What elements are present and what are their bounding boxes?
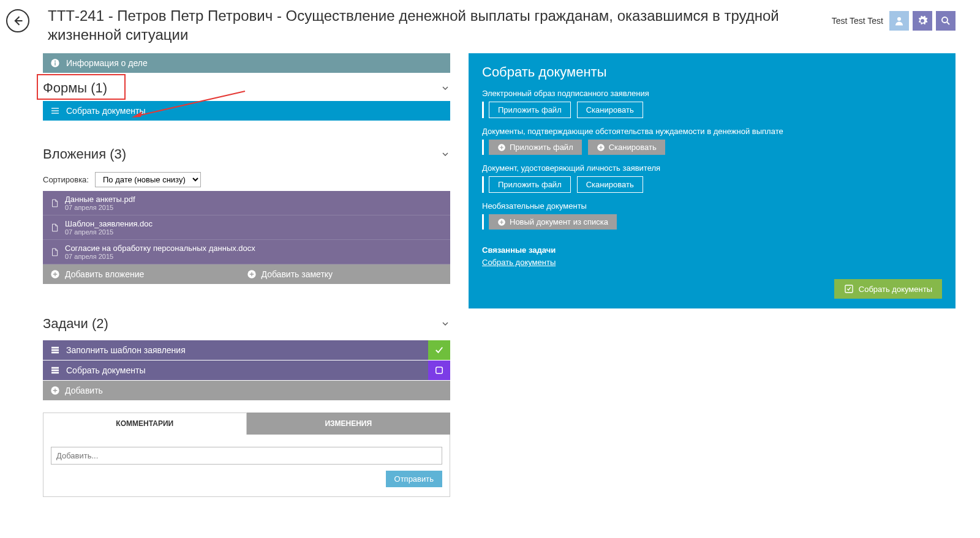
- send-button[interactable]: Отправить: [386, 471, 442, 487]
- scan-button[interactable]: Сканировать: [577, 102, 643, 118]
- back-button[interactable]: [6, 9, 29, 32]
- gear-icon: [917, 15, 928, 26]
- svg-rect-18: [436, 367, 443, 374]
- add-task-label: Добавить: [65, 386, 103, 395]
- collect-documents-button[interactable]: Собрать документы: [834, 279, 942, 299]
- task-item[interactable]: Собрать документы: [43, 361, 450, 381]
- collect-documents-bar[interactable]: Собрать документы: [43, 101, 450, 121]
- plus-circle-icon: [497, 218, 506, 226]
- documents-panel: Собрать документы Электронный образ подп…: [469, 53, 956, 308]
- attach-file-button[interactable]: Приложить файл: [489, 102, 571, 118]
- info-bar-label: Информация о деле: [66, 58, 148, 68]
- forms-title: Формы (1): [43, 80, 107, 96]
- panel-title: Собрать документы: [482, 64, 942, 80]
- search-icon: [940, 15, 951, 26]
- add-attachment-label: Добавить вложение: [65, 269, 144, 279]
- collect-label: Собрать документы: [66, 106, 145, 116]
- sort-select[interactable]: По дате (новые снизу): [95, 172, 201, 187]
- svg-rect-3: [55, 62, 55, 65]
- plus-circle-icon: [50, 269, 60, 279]
- attachment-date: 07 апреля 2015: [65, 228, 153, 236]
- related-task-link[interactable]: Собрать документы: [482, 258, 556, 267]
- panel-group-label: Необязательные документы: [482, 201, 942, 211]
- square-icon: [434, 365, 445, 376]
- plus-circle-icon: [597, 143, 605, 152]
- attachment-item[interactable]: Шаблон_заявления.doc 07 апреля 2015: [43, 215, 450, 240]
- scan-button[interactable]: Сканировать: [577, 176, 643, 193]
- task-status-pending[interactable]: [428, 361, 450, 380]
- attachment-name: Шаблон_заявления.doc: [65, 219, 153, 228]
- attachment-date: 07 апреля 2015: [65, 253, 255, 260]
- svg-rect-16: [51, 370, 59, 372]
- svg-point-0: [897, 17, 901, 21]
- document-icon: [50, 198, 59, 208]
- attach-file-button[interactable]: Приложить файл: [489, 176, 571, 193]
- svg-point-1: [942, 17, 948, 23]
- svg-rect-7: [51, 108, 59, 109]
- attachment-name: Согласие на обработку персональных данны…: [65, 244, 255, 253]
- document-icon: [50, 247, 59, 257]
- plus-circle-icon: [247, 269, 257, 279]
- check-square-icon: [844, 284, 854, 294]
- tasks-title: Задачи (2): [43, 316, 108, 332]
- settings-button[interactable]: [913, 11, 932, 31]
- list-icon: [50, 106, 60, 116]
- add-task-button[interactable]: Добавить: [50, 386, 103, 395]
- task-name: Собрать документы: [66, 365, 145, 375]
- attach-file-button[interactable]: Приложить файл: [489, 140, 582, 155]
- add-note-button[interactable]: Добавить заметку: [247, 269, 443, 279]
- add-attachment-button[interactable]: Добавить вложение: [50, 269, 247, 279]
- panel-group-label: Документы, подтверждающие обстоятельства…: [482, 127, 942, 136]
- attachments-title: Вложения (3): [43, 146, 126, 162]
- task-status-done[interactable]: [428, 340, 450, 360]
- comment-input[interactable]: [51, 447, 442, 465]
- page-title: ТТТ-241 - Петров Петр Петрович - Осущест…: [48, 6, 826, 44]
- scan-button[interactable]: Сканировать: [588, 140, 665, 155]
- related-tasks-title: Связанные задачи: [482, 245, 942, 255]
- tab-comments[interactable]: КОММЕНТАРИИ: [43, 413, 247, 435]
- new-doc-button[interactable]: Новый документ из списка: [489, 214, 617, 230]
- document-icon: [50, 223, 59, 233]
- task-icon: [50, 345, 60, 355]
- attachments-section-header[interactable]: Вложения (3): [43, 139, 450, 167]
- info-bar[interactable]: Информация о деле: [43, 53, 450, 73]
- arrow-left-icon: [12, 15, 24, 27]
- svg-point-4: [55, 61, 56, 62]
- tasks-section-header[interactable]: Задачи (2): [43, 308, 450, 337]
- info-icon: [50, 58, 60, 68]
- forms-section-header[interactable]: Формы (1): [43, 73, 450, 101]
- task-icon: [50, 365, 60, 375]
- attachment-item[interactable]: Согласие на обработку персональных данны…: [43, 240, 450, 264]
- chevron-down-icon: [440, 149, 450, 159]
- check-icon: [434, 345, 445, 356]
- attachment-item[interactable]: Данные анкеты.pdf 07 апреля 2015: [43, 191, 450, 215]
- sort-label: Сортировка:: [43, 175, 89, 184]
- chevron-down-icon: [440, 319, 450, 329]
- svg-rect-9: [51, 113, 59, 114]
- tab-changes[interactable]: ИЗМЕНЕНИЯ: [247, 413, 451, 435]
- svg-rect-17: [51, 372, 59, 374]
- plus-circle-icon: [497, 143, 506, 152]
- task-item[interactable]: Заполнить шаблон заявления: [43, 340, 450, 361]
- user-icon: [894, 15, 905, 26]
- attachment-name: Данные анкеты.pdf: [65, 195, 135, 204]
- panel-group-label: Документ, удостоверяющий личность заявит…: [482, 163, 942, 173]
- panel-group-label: Электронный образ подписанного заявления: [482, 89, 942, 98]
- user-label: Test Test Test: [832, 16, 883, 26]
- plus-circle-icon: [50, 386, 60, 395]
- user-button[interactable]: [889, 11, 909, 31]
- svg-rect-13: [51, 349, 59, 351]
- chevron-down-icon: [440, 83, 450, 93]
- svg-rect-14: [51, 352, 59, 354]
- search-button[interactable]: [936, 11, 956, 31]
- svg-rect-12: [51, 347, 59, 349]
- task-name: Заполнить шаблон заявления: [66, 345, 186, 355]
- svg-rect-15: [51, 367, 59, 369]
- attachment-date: 07 апреля 2015: [65, 204, 135, 211]
- add-note-label: Добавить заметку: [262, 269, 333, 279]
- svg-rect-8: [51, 111, 59, 111]
